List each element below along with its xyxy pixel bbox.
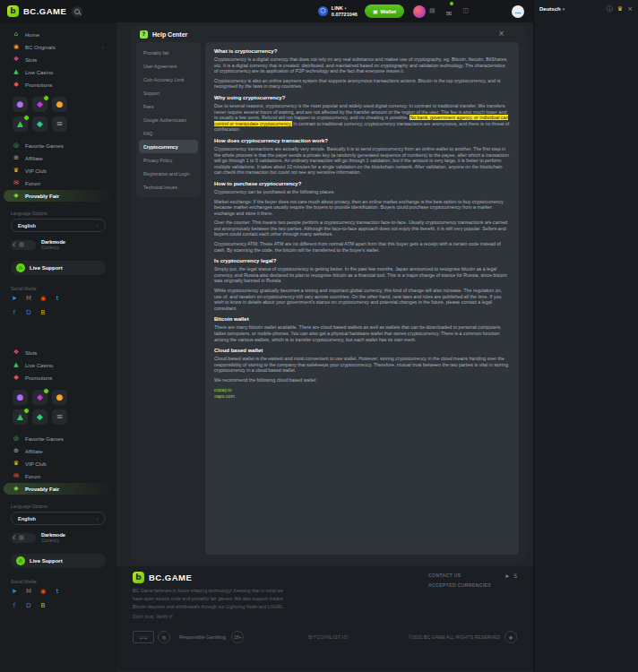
new-badge (23, 408, 30, 414)
chevron-right-icon: › (102, 45, 104, 50)
trophy-icon[interactable]: ♛ (617, 6, 623, 13)
help-menu-item-coin-accuracy-limit[interactable]: Coin Accuracy Limit (139, 73, 198, 86)
telegram-icon[interactable]: ➤ (11, 295, 18, 302)
sidebar-item-live-casino[interactable]: ▲Live Casino (4, 66, 113, 78)
help-menu-item-user-agreement[interactable]: User Agreement (139, 59, 198, 73)
help-menu-item-privacy-policy[interactable]: Privacy Policy (139, 153, 198, 167)
twitter-icon[interactable]: t (54, 295, 61, 302)
search-button[interactable] (72, 6, 82, 17)
language-select[interactable]: English› (11, 512, 106, 525)
game-gem-tile[interactable]: ◆ (32, 390, 47, 405)
sidebar-item-label: Forum (25, 474, 40, 479)
reddit-icon[interactable]: ◉ (39, 295, 47, 302)
sidebar-item-bc-originals[interactable]: ◉BC Originals› (4, 41, 113, 53)
chat-toggle-icon[interactable]: … (512, 5, 524, 18)
telegram-icon[interactable]: ➤ (504, 573, 509, 579)
bitcointalk-icon[interactable]: B (39, 309, 47, 316)
article-link-xapo-com[interactable]: xapo.com (214, 393, 510, 400)
help-menu-item-technical-issues[interactable]: Technical Issues (139, 180, 198, 194)
sidebar-item-home[interactable]: ⌂Home (4, 29, 113, 40)
footer-bottom: ▭▭ ◍ Responsible Gambling 18+ BITCOINLIS… (133, 631, 517, 643)
balance-selector[interactable]: LINK ▾ 0.07721046 (332, 5, 358, 17)
sidebar-item-forum[interactable]: ✉Forum (4, 470, 113, 482)
game-coin-tile[interactable]: ● (52, 97, 67, 112)
help-menu-item-registration-and-login[interactable]: Registration and Login (139, 167, 198, 180)
game-lollipop-icon: ● (17, 100, 24, 108)
reddit-icon[interactable]: ◉ (39, 588, 47, 595)
article-paragraph: We recommend the following cloud based w… (214, 377, 510, 383)
main-content: ? Help Center × Provably fairUser Agreem… (116, 22, 533, 672)
game-gem-tile[interactable]: ◆ (32, 97, 47, 112)
language-value: English (18, 516, 36, 521)
facebook-icon[interactable]: f (11, 309, 18, 316)
article-heading: What is cryptocurrency? (214, 48, 510, 54)
darkmode-toggle[interactable]: ☾ (11, 533, 36, 543)
rank-icon[interactable]: ▤ (429, 8, 435, 14)
close-icon[interactable]: × (498, 30, 504, 38)
game-more-tile[interactable]: ≡ (52, 409, 67, 425)
discord-icon[interactable]: D (25, 309, 32, 316)
language-select[interactable]: English› (11, 219, 106, 232)
sidebar-item-favorite-games[interactable]: ◎Favorite Games (4, 433, 113, 444)
help-center-icon: ? (140, 30, 148, 39)
inbox-button[interactable]: ✉ (446, 4, 453, 20)
game-crystal-tile[interactable]: ◆ (32, 409, 47, 425)
sidebar-item-live-casino[interactable]: ▲Live Casino (4, 359, 113, 371)
sidebar-item-provably-fair[interactable]: ◈Provably Fair (4, 483, 113, 495)
chat-language-select[interactable]: Deutsch▾ (539, 6, 565, 12)
help-menu-item-cryptocurrency[interactable]: Cryptocurrency (139, 140, 198, 153)
skype-icon[interactable]: S (513, 573, 517, 579)
discord-icon[interactable]: D (25, 602, 32, 609)
game-crystal-icon: ◆ (37, 120, 43, 128)
sidebar-item-promotions[interactable]: ◆Promotions (4, 372, 113, 383)
game-flask-tile[interactable]: ▲ (13, 116, 28, 132)
help-center-menu: Provably fairUser AgreementCoin Accuracy… (136, 42, 201, 197)
article-link-copay-io[interactable]: copay.io (214, 387, 510, 393)
article-heading: Bitcoin wallet (214, 316, 510, 322)
footer-about: b BC.GAME BC.Game believes in future sha… (133, 572, 287, 623)
game-lollipop-tile[interactable]: ● (13, 390, 28, 405)
sidebar-item-label: Promotions (25, 375, 52, 381)
telegram-icon[interactable]: ➤ (11, 588, 18, 595)
sidebar-item-favorite-games[interactable]: ◎Favorite Games (4, 140, 113, 151)
medium-icon[interactable]: M (25, 588, 32, 595)
sidebar-item-label: VIP Club (25, 168, 47, 174)
help-menu-item-fees[interactable]: Fees (139, 99, 198, 113)
game-coin-tile[interactable]: ● (52, 390, 67, 405)
help-menu-item-faq[interactable]: FAQ (139, 126, 198, 140)
sidebar-item-affiliate[interactable]: ⊕Affiliate (4, 445, 113, 457)
article-heading: Cloud based wallet (214, 348, 510, 353)
vault-icon[interactable]: ◫ (462, 8, 469, 14)
help-menu-item-google-authenticator[interactable]: Google Authenticator (139, 113, 198, 126)
sidebar-item-slots[interactable]: ❖Slots (4, 347, 113, 358)
sidebar-item-vip-club[interactable]: ♛VIP Club (4, 165, 113, 177)
help-menu-item-support[interactable]: Support (139, 86, 198, 99)
game-flask-tile[interactable]: ▲ (13, 409, 28, 425)
help-menu-item-provably-fair[interactable]: Provably fair (139, 46, 198, 59)
sidebar-item-slots[interactable]: ❖Slots (4, 54, 113, 65)
avatar[interactable] (413, 5, 426, 18)
game-lollipop-tile[interactable]: ● (13, 97, 28, 112)
live-support-button[interactable]: ∩Live Support (11, 261, 106, 275)
bitcointalk-icon[interactable]: B (39, 602, 47, 609)
close-chat-icon[interactable]: × (627, 6, 633, 13)
game-more-tile[interactable]: ≡ (52, 116, 67, 132)
sidebar-item-vip-club[interactable]: ♛VIP Club (4, 458, 113, 470)
facebook-icon[interactable]: f (11, 602, 18, 609)
wallet-button[interactable]: ▣ Wallet (365, 4, 404, 18)
darkmode-toggle[interactable]: ☾ (11, 240, 36, 250)
live-support-button[interactable]: ∩Live Support (11, 554, 106, 568)
language-value: English (18, 223, 36, 228)
sidebar-item-promotions[interactable]: ◆Promotions (4, 79, 113, 90)
live-support-label: Live Support (30, 558, 63, 564)
chat-rules-icon[interactable]: ⓘ (607, 6, 613, 13)
sidebar-item-label: Favorite Games (25, 436, 64, 442)
sidebar-item-affiliate[interactable]: ⊕Affiliate (4, 152, 113, 164)
sidebar-item-forum[interactable]: ✉Forum (4, 177, 113, 189)
medium-icon[interactable]: M (25, 295, 32, 302)
game-coin-icon: ● (56, 100, 64, 108)
game-crystal-tile[interactable]: ◆ (32, 116, 47, 132)
twitter-icon[interactable]: t (54, 588, 61, 595)
new-badge (43, 95, 49, 101)
sidebar-item-provably-fair[interactable]: ◈Provably Fair (4, 190, 113, 202)
